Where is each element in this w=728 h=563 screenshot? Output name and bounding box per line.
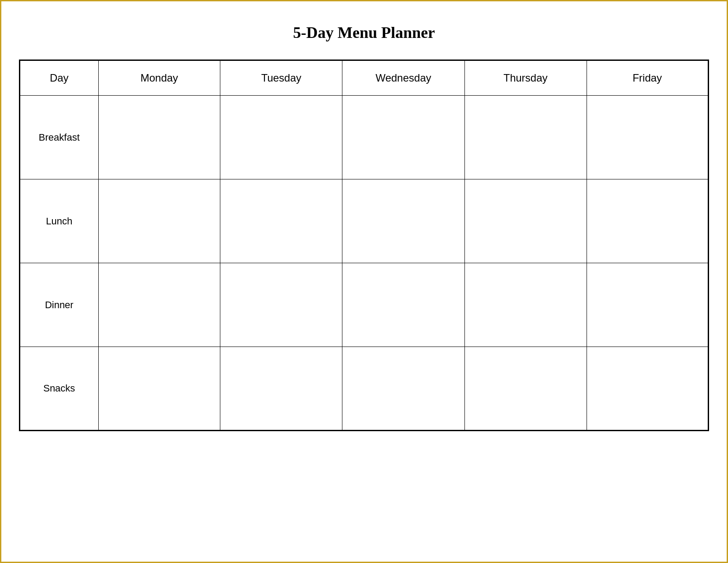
meal-breakfast-label: Breakfast xyxy=(20,96,99,179)
header-monday: Monday xyxy=(98,60,220,96)
header-row: Day Monday Tuesday Wednesday Thursday Fr… xyxy=(20,60,709,96)
header-tuesday: Tuesday xyxy=(220,60,342,96)
snacks-friday[interactable] xyxy=(587,347,708,431)
dinner-tuesday[interactable] xyxy=(220,263,342,347)
row-lunch: Lunch xyxy=(20,179,709,263)
breakfast-friday[interactable] xyxy=(587,96,708,179)
dinner-friday[interactable] xyxy=(587,263,708,347)
snacks-monday[interactable] xyxy=(98,347,220,431)
meal-dinner-label: Dinner xyxy=(20,263,99,347)
meal-snacks-label: Snacks xyxy=(20,347,99,431)
dinner-monday[interactable] xyxy=(98,263,220,347)
meal-lunch-label: Lunch xyxy=(20,179,99,263)
row-breakfast: Breakfast xyxy=(20,96,709,179)
lunch-tuesday[interactable] xyxy=(220,179,342,263)
header-wednesday: Wednesday xyxy=(342,60,464,96)
breakfast-tuesday[interactable] xyxy=(220,96,342,179)
lunch-wednesday[interactable] xyxy=(342,179,464,263)
header-friday: Friday xyxy=(587,60,708,96)
dinner-wednesday[interactable] xyxy=(342,263,464,347)
lunch-friday[interactable] xyxy=(587,179,708,263)
breakfast-thursday[interactable] xyxy=(464,96,587,179)
lunch-monday[interactable] xyxy=(98,179,220,263)
header-day: Day xyxy=(20,60,99,96)
snacks-thursday[interactable] xyxy=(464,347,587,431)
lunch-thursday[interactable] xyxy=(464,179,587,263)
breakfast-monday[interactable] xyxy=(98,96,220,179)
dinner-thursday[interactable] xyxy=(464,263,587,347)
header-thursday: Thursday xyxy=(464,60,587,96)
menu-planner-table: Day Monday Tuesday Wednesday Thursday Fr… xyxy=(19,60,709,431)
row-snacks: Snacks xyxy=(20,347,709,431)
snacks-wednesday[interactable] xyxy=(342,347,464,431)
row-dinner: Dinner xyxy=(20,263,709,347)
breakfast-wednesday[interactable] xyxy=(342,96,464,179)
page-title: 5-Day Menu Planner xyxy=(293,23,435,42)
snacks-tuesday[interactable] xyxy=(220,347,342,431)
